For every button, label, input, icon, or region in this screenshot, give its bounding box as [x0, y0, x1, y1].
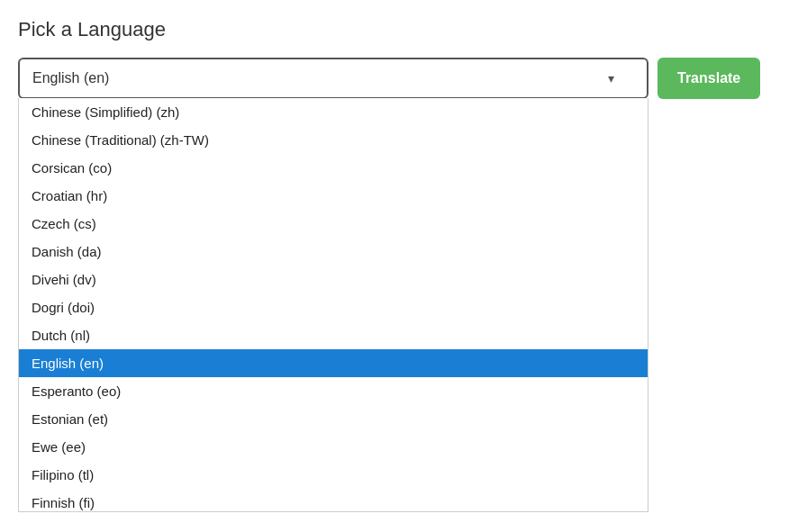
list-item[interactable]: Estonian (et): [19, 405, 648, 433]
translate-button[interactable]: Translate: [657, 58, 760, 99]
list-item[interactable]: Czech (cs): [19, 210, 648, 238]
list-item[interactable]: Finnish (fi): [19, 489, 648, 512]
page-title: Pick a Language: [18, 18, 780, 41]
list-item[interactable]: Chinese (Traditional) (zh-TW): [19, 126, 648, 154]
language-select-wrapper[interactable]: English (en) ▾ Chinese (Simplified) (zh)…: [18, 58, 648, 99]
list-item[interactable]: Dutch (nl): [19, 321, 648, 349]
list-item[interactable]: Esperanto (eo): [19, 377, 648, 405]
list-item[interactable]: Filipino (tl): [19, 461, 648, 489]
list-item[interactable]: Corsican (co): [19, 154, 648, 182]
list-item[interactable]: Ewe (ee): [19, 433, 648, 461]
language-dropdown-list[interactable]: Chinese (Simplified) (zh)Chinese (Tradit…: [18, 98, 648, 512]
right-panel: [769, 58, 780, 99]
list-item[interactable]: Croatian (hr): [19, 182, 648, 210]
selected-language-label: English (en): [32, 70, 109, 86]
list-item[interactable]: English (en): [19, 349, 648, 377]
list-item[interactable]: Chinese (Simplified) (zh): [19, 98, 648, 126]
list-item[interactable]: Danish (da): [19, 238, 648, 266]
list-item[interactable]: Divehi (dv): [19, 266, 648, 293]
controls-row: English (en) ▾ Chinese (Simplified) (zh)…: [18, 58, 780, 99]
list-item[interactable]: Dogri (doi): [19, 293, 648, 321]
language-select-display[interactable]: English (en) ▾: [18, 58, 648, 99]
chevron-down-icon: ▾: [608, 71, 614, 86]
